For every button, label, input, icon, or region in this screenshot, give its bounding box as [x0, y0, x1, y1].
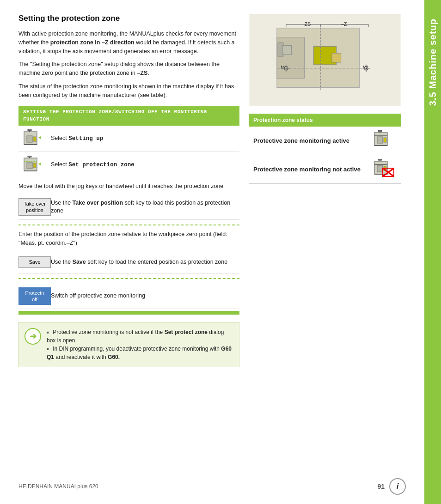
step-2-code: Set protection zone	[68, 162, 135, 168]
page-footer: HEIDENHAIN MANUALplus 620 91 i	[18, 478, 406, 495]
status-inactive-icon	[374, 159, 397, 180]
take-over-row: Take overposition Use the Take over posi…	[18, 194, 239, 220]
bold-zs: –ZS	[137, 70, 147, 76]
right-panel: ZS –Z M W	[249, 14, 401, 367]
save-button[interactable]: Save	[18, 256, 51, 267]
step-1-code: Setting up	[68, 135, 103, 142]
svg-rect-19	[332, 53, 341, 62]
paragraph-1: With active protection zone monitoring, …	[18, 30, 239, 55]
green-bottom-bar	[18, 311, 239, 315]
svg-marker-6	[38, 136, 41, 139]
paragraph-2: The "Setting the protection zone" setup …	[18, 60, 239, 78]
green-header-bar: SETTING THE PROTECTION ZONE/SWITCHING OF…	[18, 106, 239, 126]
svg-rect-9	[33, 163, 36, 168]
left-column: Setting the protection zone With active …	[18, 14, 239, 367]
status-row-active: Protective zone monitoring active	[249, 127, 401, 155]
svg-rect-43	[378, 130, 382, 132]
page-number: 91	[377, 483, 385, 490]
step-2-text: Select Set protection zone	[51, 161, 239, 170]
status-inactive-label: Protective zone monitoring not active	[253, 166, 361, 173]
note-item-2: In DIN programming, you deactivate prote…	[47, 345, 233, 361]
svg-marker-14	[38, 163, 41, 165]
note-bold-2: G60 Q1	[47, 346, 232, 360]
footer-right: 91 i	[377, 478, 406, 495]
two-column-layout: Setting the protection zone With active …	[18, 14, 401, 367]
move-tool-text: Move the tool with the jog keys or handw…	[18, 182, 239, 191]
machine-diagram: ZS –Z M W	[249, 14, 401, 106]
svg-rect-50	[378, 159, 382, 160]
protectn-text: Switch off protective zone monitoring	[51, 292, 239, 300]
note-box: ➜ Protective zone monitoring is not acti…	[18, 322, 239, 367]
step-row-1: Select Setting up	[18, 126, 239, 152]
status-header: Protection zone status	[249, 114, 401, 127]
status-active-label: Protective zone monitoring active	[253, 137, 349, 144]
paragraph-3: The status of the protection zone monito…	[18, 82, 239, 100]
take-over-button[interactable]: Take overposition	[18, 198, 51, 216]
svg-rect-1	[27, 136, 32, 142]
svg-rect-39	[377, 137, 383, 143]
svg-text:–Z: –Z	[341, 21, 347, 27]
svg-text:ZS: ZS	[304, 21, 311, 27]
page-wrapper: 3.5 Machine setup Setting the protection…	[0, 0, 441, 504]
protectn-off-button[interactable]: Protectnoff	[18, 287, 51, 305]
note-arrow-icon: ➜	[24, 328, 41, 345]
status-active-icon	[374, 130, 397, 151]
setting-up-icon	[23, 129, 46, 148]
enter-position-text: Enter the position of the protection zon…	[18, 230, 239, 248]
take-over-bold: Take over position	[73, 200, 123, 206]
svg-rect-46	[377, 165, 383, 172]
save-text: Use the Save soft key to load the entere…	[51, 258, 239, 267]
step-1-icon	[18, 129, 51, 148]
note-bold-3: G60.	[108, 354, 120, 360]
info-icon: i	[389, 478, 406, 495]
protection-status-section: Protection zone status Protective zone m…	[249, 114, 401, 184]
step-row-2: Select Set protection zone	[18, 152, 239, 178]
note-list: Protective zone monitoring is not active…	[47, 328, 233, 361]
bold-protection-zone: protection zone in –Z direction	[50, 39, 135, 46]
note-item-1: Protective zone monitoring is not active…	[47, 328, 233, 345]
set-protection-zone-icon	[23, 156, 46, 174]
save-icon: Save	[18, 256, 51, 267]
svg-rect-40	[384, 138, 386, 142]
dashed-separator-1	[18, 225, 239, 225]
section-label: 3.5 Machine setup	[428, 18, 438, 106]
step-2-icon	[18, 156, 51, 174]
side-tab: 3.5 Machine setup	[424, 0, 441, 504]
main-content: Setting the protection zone With active …	[0, 0, 424, 504]
machine-diagram-svg: ZS –Z M W	[249, 14, 401, 106]
dashed-separator-2	[18, 278, 239, 279]
step-1-text: Select Setting up	[51, 134, 239, 143]
protectn-row: Protectnoff Switch off protective zone m…	[18, 284, 239, 310]
take-over-icon: Take overposition	[18, 198, 51, 216]
protectn-icon: Protectnoff	[18, 287, 51, 305]
save-row: Save Use the Save soft key to load the e…	[18, 251, 239, 273]
footer-text: HEIDENHAIN MANUALplus 620	[18, 483, 98, 490]
svg-rect-12	[28, 156, 31, 157]
save-bold: Save	[73, 259, 86, 265]
svg-rect-4	[28, 129, 31, 131]
take-over-text: Use the Take over position soft key to l…	[51, 199, 239, 215]
svg-rect-8	[27, 162, 32, 169]
page-title: Setting the protection zone	[18, 14, 239, 23]
svg-rect-37	[282, 45, 292, 55]
status-row-inactive: Protective zone monitoring not active	[249, 155, 401, 184]
note-content: Protective zone monitoring is not active…	[47, 328, 233, 361]
note-bold-1: Set protect zone	[165, 329, 208, 335]
svg-rect-2	[33, 137, 36, 141]
